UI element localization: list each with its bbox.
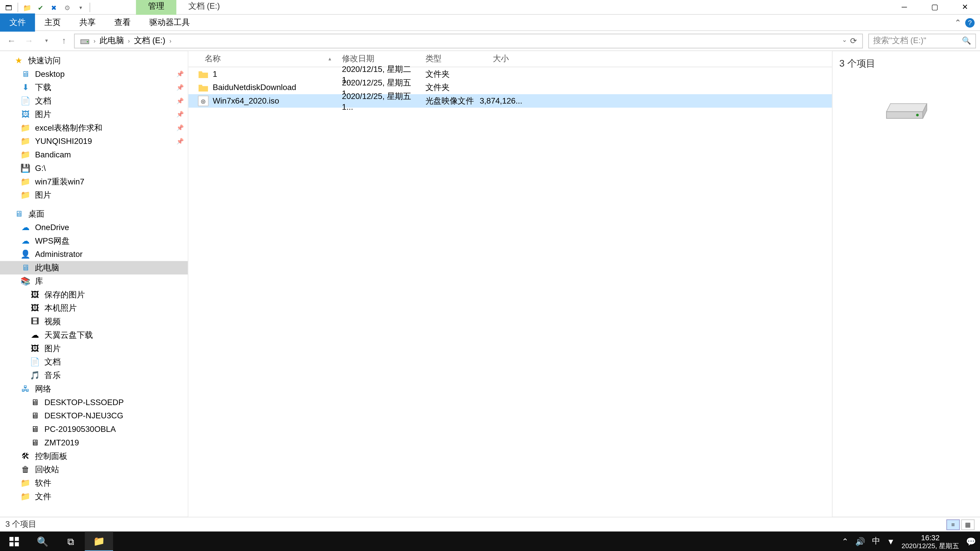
- breadcrumb-sep[interactable]: ›: [169, 37, 172, 44]
- nav-desktop-root[interactable]: 🖥桌面: [0, 207, 188, 221]
- nav-network-pc[interactable]: 🖥ZMT2019: [0, 436, 188, 449]
- qat-dropdown-icon[interactable]: ▾: [75, 1, 87, 13]
- svg-rect-7: [14, 537, 19, 540]
- network-icon: 🖧: [20, 383, 31, 394]
- cloud-icon: ☁: [30, 330, 40, 340]
- nav-pinned-documents[interactable]: 📄文档📌: [0, 94, 188, 108]
- volume-icon[interactable]: 🔊: [855, 537, 865, 546]
- menu-file[interactable]: 文件: [0, 14, 35, 32]
- notifications-icon[interactable]: 💬: [966, 537, 976, 546]
- close-button[interactable]: ✕: [950, 0, 980, 14]
- nav-folder[interactable]: 📁文件: [0, 490, 188, 503]
- contextual-tab-manage[interactable]: 管理: [136, 0, 177, 15]
- qat-folder-icon[interactable]: 📁: [21, 1, 33, 13]
- file-row[interactable]: 1 2020/12/15, 星期二 1... 文件夹: [188, 67, 832, 81]
- col-type[interactable]: 类型: [420, 51, 487, 67]
- clock[interactable]: 16:32 2020/12/25, 星期五: [901, 534, 959, 550]
- nav-network-pc[interactable]: 🖥DESKTOP-NJEU3CG: [0, 409, 188, 423]
- nav-pinned-folder[interactable]: 📁excel表格制作求和📌: [0, 121, 188, 135]
- nav-history-dropdown[interactable]: ▾: [39, 33, 54, 48]
- file-row[interactable]: BaiduNetdiskDownload 2020/12/25, 星期五 1..…: [188, 81, 832, 94]
- col-name[interactable]: 名称▴: [188, 51, 336, 67]
- nav-library-item[interactable]: 📄文档: [0, 355, 188, 369]
- col-size[interactable]: 大小: [487, 51, 528, 67]
- cpanel-icon: 🛠: [20, 451, 31, 462]
- nav-folder[interactable]: 📁软件: [0, 476, 188, 490]
- minimize-button[interactable]: ─: [889, 0, 920, 14]
- ime-icon[interactable]: 中: [872, 536, 880, 548]
- nav-recycle[interactable]: 🗑回收站: [0, 463, 188, 476]
- view-icons-button[interactable]: ▦: [961, 519, 975, 530]
- addr-dropdown-icon[interactable]: ⌄: [842, 36, 847, 45]
- window-title: 文档 (E:): [177, 0, 232, 15]
- nav-back-button[interactable]: ←: [4, 33, 19, 48]
- breadcrumb-sep[interactable]: ›: [128, 37, 130, 44]
- nav-forward-button[interactable]: →: [21, 33, 36, 48]
- tray-chevron-icon[interactable]: ⌃: [842, 537, 848, 546]
- nav-control-panel[interactable]: 🛠控制面板: [0, 449, 188, 463]
- nav-library-item[interactable]: 🖼保存的图片: [0, 288, 188, 302]
- nav-library-item[interactable]: 🎵音乐: [0, 368, 188, 382]
- address-bar-row: ← → ▾ ↑ › 此电脑 › 文档 (E:) › ⌄ ⟳ 搜索"文档 (E:)…: [0, 31, 980, 51]
- nav-network[interactable]: 🖧网络: [0, 382, 188, 395]
- nav-thispc[interactable]: 🖥此电脑: [0, 261, 188, 275]
- column-headers: 名称▴ 修改日期 类型 大小: [188, 51, 832, 67]
- nav-onedrive[interactable]: ☁OneDrive: [0, 221, 188, 234]
- view-details-button[interactable]: ≡: [946, 519, 960, 530]
- search-icon[interactable]: 🔍: [962, 36, 971, 45]
- nav-libraries[interactable]: 📚库: [0, 275, 188, 288]
- breadcrumb-bar[interactable]: › 此电脑 › 文档 (E:) › ⌄ ⟳: [74, 33, 863, 48]
- qat-close-icon[interactable]: ✖: [48, 1, 60, 13]
- nav-pinned-folder[interactable]: 📁Bandicam: [0, 148, 188, 162]
- system-tray: ⌃ 🔊 中 ▼ 16:32 2020/12/25, 星期五 💬: [838, 534, 980, 550]
- nav-library-item[interactable]: 🖼图片: [0, 342, 188, 355]
- nav-pinned-drive[interactable]: 💾G:\: [0, 162, 188, 175]
- svg-point-1: [87, 41, 88, 42]
- maximize-button[interactable]: ▢: [920, 0, 950, 14]
- nav-library-item[interactable]: 🖼本机照片: [0, 302, 188, 315]
- drive-icon: 💾: [20, 163, 31, 173]
- nav-library-item[interactable]: ☁天翼云盘下载: [0, 328, 188, 342]
- breadcrumb-drive-icon[interactable]: [77, 35, 92, 46]
- cloud-icon: ☁: [20, 235, 31, 246]
- folder-icon: 📁: [20, 176, 31, 187]
- nav-network-pc[interactable]: 🖥PC-20190530OBLA: [0, 422, 188, 436]
- nav-pinned-folder[interactable]: 📁图片: [0, 188, 188, 202]
- menu-view[interactable]: 查看: [105, 14, 140, 32]
- nav-pinned-folder[interactable]: 📁win7重装win7: [0, 175, 188, 189]
- search-input[interactable]: 搜索"文档 (E:)" 🔍: [868, 33, 976, 48]
- pin-icon: 📌: [177, 84, 184, 91]
- nav-up-button[interactable]: ↑: [57, 33, 72, 48]
- nav-pinned-downloads[interactable]: ⬇下载📌: [0, 81, 188, 94]
- qat-nav-icon[interactable]: 🗔: [3, 1, 15, 13]
- nav-user[interactable]: 👤Administrator: [0, 248, 188, 261]
- nav-network-pc[interactable]: 🖥DESKTOP-LSSOEDP: [0, 395, 188, 409]
- breadcrumb-thispc[interactable]: 此电脑: [97, 34, 127, 48]
- nav-pinned-pictures[interactable]: 🖼图片📌: [0, 108, 188, 121]
- help-icon[interactable]: ?: [965, 18, 975, 27]
- taskbar-explorer[interactable]: 📁: [85, 532, 113, 551]
- qat-gear-icon[interactable]: ⚙: [61, 1, 73, 13]
- refresh-icon[interactable]: ⟳: [850, 36, 857, 45]
- breadcrumb-sep[interactable]: ›: [94, 37, 96, 44]
- search-button[interactable]: 🔍: [28, 532, 57, 551]
- tray-app-icon[interactable]: ▼: [887, 537, 895, 546]
- nav-library-item[interactable]: 🎞视频: [0, 315, 188, 328]
- svg-rect-6: [9, 537, 13, 540]
- cloud-icon: ☁: [20, 222, 31, 233]
- nav-pinned-folder[interactable]: 📁YUNQISHI2019📌: [0, 135, 188, 148]
- menu-drivetools[interactable]: 驱动器工具: [140, 14, 199, 32]
- breadcrumb-drive[interactable]: 文档 (E:): [131, 34, 168, 48]
- menu-share[interactable]: 共享: [70, 14, 105, 32]
- nav-quick-access[interactable]: ★快速访问: [0, 54, 188, 67]
- nav-wps[interactable]: ☁WPS网盘: [0, 234, 188, 248]
- menu-home[interactable]: 主页: [35, 14, 70, 32]
- ribbon-expand-icon[interactable]: ⌃: [955, 18, 961, 27]
- taskbar: 🔍 ⧉ 📁 ⌃ 🔊 中 ▼ 16:32 2020/12/25, 星期五 💬: [0, 532, 980, 551]
- nav-pinned-desktop[interactable]: 🖥Desktop📌: [0, 67, 188, 81]
- start-button[interactable]: [0, 532, 28, 551]
- pin-icon: 📌: [177, 138, 184, 144]
- taskview-button[interactable]: ⧉: [57, 532, 85, 551]
- file-row[interactable]: ◎Win7x64_2020.iso 2020/12/25, 星期五 1... 光…: [188, 94, 832, 108]
- qat-check-icon[interactable]: ✔: [35, 1, 46, 13]
